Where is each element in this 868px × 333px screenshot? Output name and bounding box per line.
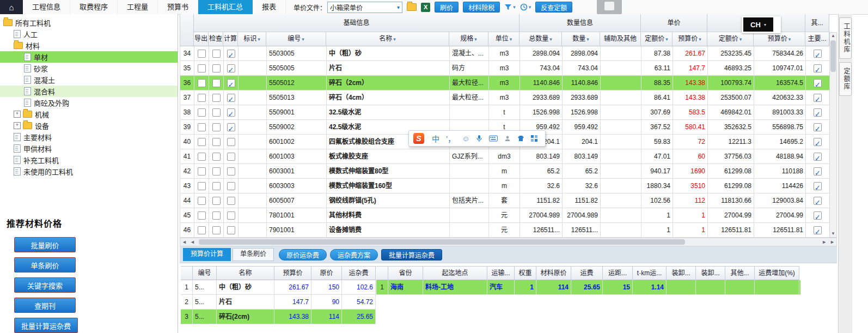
table-row[interactable]: 41 6001003 板式橡胶支座 GJZ系列... dm3 803.149 8…: [180, 149, 829, 164]
row-number[interactable]: 41: [180, 149, 194, 164]
table-row[interactable]: 44 6005007 钢绞线群锚(5孔) 包括夹片... 套 1151.82 1…: [180, 193, 829, 208]
mark-cell[interactable]: [239, 164, 267, 178]
budget-price-cell[interactable]: 1: [673, 208, 708, 222]
load2-cell[interactable]: [696, 280, 725, 294]
calc-checkbox[interactable]: [227, 167, 235, 175]
filter-arrow-icon[interactable]: ▾: [788, 37, 791, 42]
total-qty-cell[interactable]: 1526.998: [520, 105, 563, 119]
main-material-cell[interactable]: [806, 105, 830, 119]
calc-cell[interactable]: [224, 46, 239, 60]
unit-cell[interactable]: 套: [489, 193, 520, 208]
freight-cell[interactable]: 54.72: [342, 295, 376, 309]
calc-cell[interactable]: [224, 179, 239, 193]
mark-cell[interactable]: [239, 135, 267, 149]
check-checkbox[interactable]: [212, 197, 221, 205]
tkm-cell[interactable]: 1.14: [633, 280, 667, 294]
mark-cell[interactable]: [239, 179, 267, 193]
calc-checkbox[interactable]: [227, 153, 235, 161]
check-checkbox[interactable]: [212, 94, 221, 102]
spec-cell[interactable]: 最大粒径...: [450, 76, 489, 90]
quota-price-cell[interactable]: 307.69: [641, 105, 673, 119]
menu-tab[interactable]: 工程信息: [23, 0, 70, 14]
budget-price-cell[interactable]: 143.38: [673, 90, 708, 105]
quota-price-cell[interactable]: 1: [641, 223, 673, 237]
main-material-cell[interactable]: [806, 164, 830, 178]
export-cell[interactable]: [194, 105, 209, 119]
calc-cell[interactable]: [224, 76, 239, 90]
orig-price-cell[interactable]: 90: [311, 295, 342, 309]
budget-total-cell[interactable]: 27004.99: [754, 208, 806, 222]
column-header-calc[interactable]: 计算: [223, 32, 238, 46]
spec-cell[interactable]: 混凝土、...: [450, 46, 489, 60]
main-material-cell[interactable]: [806, 61, 830, 75]
table-row[interactable]: 43 6003003 模数式伸缩装置160型 m 32.6 32.6 1880.…: [180, 179, 829, 193]
bottom-action-button[interactable]: 原价运杂费: [279, 249, 327, 261]
table-row[interactable]: 42 6003001 模数式伸缩装置80型 m 65.2 65.2 940.17…: [180, 164, 829, 179]
ime-toolbox-button[interactable]: [531, 135, 537, 142]
filter-arrow-icon[interactable]: ▾: [739, 37, 742, 42]
refresh-price-button[interactable]: 刷价: [435, 2, 459, 13]
unit-cell[interactable]: m3: [489, 46, 520, 60]
aux-cell[interactable]: [601, 105, 641, 119]
home-button[interactable]: ⌂: [0, 0, 23, 14]
code-cell[interactable]: 7801001: [267, 208, 327, 222]
budget-total-cell[interactable]: 420632.33: [754, 90, 806, 105]
export-cell[interactable]: [194, 179, 209, 193]
aux-cell[interactable]: [601, 76, 641, 90]
export-checkbox[interactable]: [198, 138, 206, 146]
column-header-total-qty[interactable]: 总数量▾: [519, 32, 562, 46]
budget-price-cell[interactable]: 112: [673, 193, 708, 208]
aux-cell[interactable]: [601, 193, 641, 208]
budget-price-cell[interactable]: 1690: [673, 164, 708, 178]
aux-cell[interactable]: [601, 179, 641, 193]
main-material-checkbox[interactable]: [814, 167, 822, 175]
budget-total-cell[interactable]: 758344.26: [754, 46, 806, 60]
filter-arrow-icon[interactable]: ▾: [549, 37, 552, 42]
main-material-checkbox[interactable]: [814, 197, 822, 205]
budget-total-cell[interactable]: 129003.84: [754, 193, 806, 208]
sidebar-action-button[interactable]: 单条刷价: [14, 257, 76, 273]
calc-cell[interactable]: [224, 61, 239, 75]
name-cell[interactable]: 模数式伸缩装置80型: [327, 164, 450, 178]
increase-cell[interactable]: [755, 280, 799, 294]
reverse-lookup-button[interactable]: 反查定额: [535, 2, 572, 13]
tree-item[interactable]: 砂浆: [0, 63, 178, 74]
spec-cell[interactable]: [450, 164, 489, 178]
scroll-left-end-icon[interactable]: ◄: [180, 239, 188, 245]
ime-account-button[interactable]: [504, 135, 511, 142]
calc-checkbox[interactable]: [227, 50, 235, 58]
aux-cell[interactable]: [601, 61, 641, 75]
total-qty-cell[interactable]: 2898.094: [520, 46, 563, 60]
freight-col-orig-price[interactable]: 材料原价: [536, 266, 571, 280]
qty-cell[interactable]: 1140.846: [563, 76, 601, 90]
open-file-button[interactable]: [407, 3, 417, 11]
total-qty-cell[interactable]: 32.6: [520, 179, 563, 193]
mark-cell[interactable]: [239, 105, 267, 119]
bottom-tab[interactable]: 单条刷价: [233, 248, 274, 261]
vertical-scrollbar[interactable]: ▲ ▼: [829, 32, 837, 238]
export-checkbox[interactable]: [198, 94, 206, 102]
row-number[interactable]: 43: [180, 179, 194, 193]
unit-cell[interactable]: 元: [489, 223, 520, 237]
code-cell[interactable]: 5...: [193, 295, 217, 309]
quota-price-cell[interactable]: 1880.34: [641, 179, 673, 193]
calc-checkbox[interactable]: [227, 108, 235, 117]
main-material-cell[interactable]: [806, 149, 830, 164]
column-header-aux[interactable]: 辅助及其他: [600, 32, 641, 46]
scroll-left-icon[interactable]: ◄: [188, 239, 197, 245]
qty-cell[interactable]: 743.04: [563, 61, 601, 75]
freight-col-freight[interactable]: 运费: [571, 266, 603, 280]
calc-checkbox[interactable]: [227, 197, 235, 205]
calc-cell[interactable]: [224, 149, 239, 164]
filter-arrow-icon[interactable]: ▾: [586, 37, 589, 42]
qty-cell[interactable]: 32.6: [563, 179, 601, 193]
budget-price-cell[interactable]: 143.38: [274, 310, 311, 324]
freight-col-route[interactable]: 起迄地点: [423, 266, 487, 280]
budget-total-cell[interactable]: 891003.33: [754, 105, 806, 119]
unit-cell[interactable]: dm3: [489, 149, 520, 164]
price-table-row[interactable]: 1 5... 中（粗）砂 261.67 150 102.6: [181, 280, 376, 295]
quota-total-cell[interactable]: 126511.81: [708, 223, 754, 237]
tree-item[interactable]: 人工: [0, 28, 178, 40]
ime-toolbar[interactable]: S 中 ’， ☺: [408, 130, 546, 147]
quota-price-cell[interactable]: 88.35: [641, 76, 673, 90]
